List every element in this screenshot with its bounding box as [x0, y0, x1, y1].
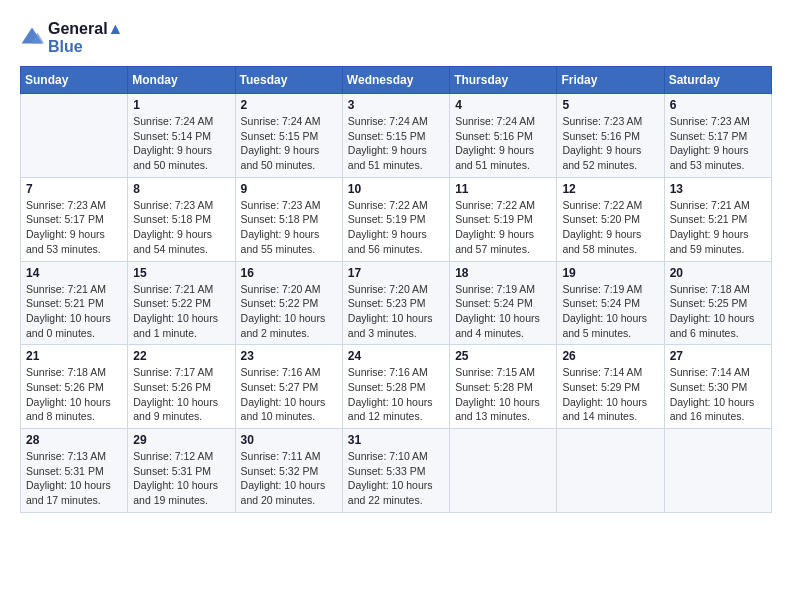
logo-icon [20, 26, 44, 50]
weekday-header: Tuesday [235, 67, 342, 94]
day-number: 3 [348, 98, 444, 112]
calendar-week-row: 21Sunrise: 7:18 AMSunset: 5:26 PMDayligh… [21, 345, 772, 429]
day-info: Sunrise: 7:23 AMSunset: 5:18 PMDaylight:… [133, 198, 229, 257]
day-number: 19 [562, 266, 658, 280]
calendar-day-cell: 15Sunrise: 7:21 AMSunset: 5:22 PMDayligh… [128, 261, 235, 345]
calendar-day-cell: 21Sunrise: 7:18 AMSunset: 5:26 PMDayligh… [21, 345, 128, 429]
calendar-day-cell: 4Sunrise: 7:24 AMSunset: 5:16 PMDaylight… [450, 94, 557, 178]
day-info: Sunrise: 7:20 AMSunset: 5:22 PMDaylight:… [241, 282, 337, 341]
logo: General▲ Blue [20, 20, 123, 56]
calendar-day-cell: 20Sunrise: 7:18 AMSunset: 5:25 PMDayligh… [664, 261, 771, 345]
weekday-header: Wednesday [342, 67, 449, 94]
calendar-day-cell: 18Sunrise: 7:19 AMSunset: 5:24 PMDayligh… [450, 261, 557, 345]
day-info: Sunrise: 7:19 AMSunset: 5:24 PMDaylight:… [455, 282, 551, 341]
day-info: Sunrise: 7:10 AMSunset: 5:33 PMDaylight:… [348, 449, 444, 508]
day-info: Sunrise: 7:22 AMSunset: 5:19 PMDaylight:… [348, 198, 444, 257]
calendar-day-cell: 30Sunrise: 7:11 AMSunset: 5:32 PMDayligh… [235, 429, 342, 513]
day-number: 13 [670, 182, 766, 196]
logo-text: General▲ Blue [48, 20, 123, 56]
calendar-day-cell: 13Sunrise: 7:21 AMSunset: 5:21 PMDayligh… [664, 177, 771, 261]
day-number: 28 [26, 433, 122, 447]
day-number: 10 [348, 182, 444, 196]
calendar-week-row: 1Sunrise: 7:24 AMSunset: 5:14 PMDaylight… [21, 94, 772, 178]
day-info: Sunrise: 7:12 AMSunset: 5:31 PMDaylight:… [133, 449, 229, 508]
day-number: 8 [133, 182, 229, 196]
calendar-day-cell: 7Sunrise: 7:23 AMSunset: 5:17 PMDaylight… [21, 177, 128, 261]
calendar-day-cell: 23Sunrise: 7:16 AMSunset: 5:27 PMDayligh… [235, 345, 342, 429]
day-info: Sunrise: 7:22 AMSunset: 5:19 PMDaylight:… [455, 198, 551, 257]
day-info: Sunrise: 7:24 AMSunset: 5:15 PMDaylight:… [241, 114, 337, 173]
day-number: 25 [455, 349, 551, 363]
page-header: General▲ Blue [20, 20, 772, 56]
calendar-day-cell: 10Sunrise: 7:22 AMSunset: 5:19 PMDayligh… [342, 177, 449, 261]
day-info: Sunrise: 7:16 AMSunset: 5:28 PMDaylight:… [348, 365, 444, 424]
calendar-week-row: 14Sunrise: 7:21 AMSunset: 5:21 PMDayligh… [21, 261, 772, 345]
day-number: 11 [455, 182, 551, 196]
day-number: 14 [26, 266, 122, 280]
day-info: Sunrise: 7:11 AMSunset: 5:32 PMDaylight:… [241, 449, 337, 508]
day-info: Sunrise: 7:23 AMSunset: 5:17 PMDaylight:… [26, 198, 122, 257]
day-info: Sunrise: 7:22 AMSunset: 5:20 PMDaylight:… [562, 198, 658, 257]
day-info: Sunrise: 7:16 AMSunset: 5:27 PMDaylight:… [241, 365, 337, 424]
day-info: Sunrise: 7:14 AMSunset: 5:29 PMDaylight:… [562, 365, 658, 424]
day-info: Sunrise: 7:24 AMSunset: 5:14 PMDaylight:… [133, 114, 229, 173]
calendar-day-cell: 8Sunrise: 7:23 AMSunset: 5:18 PMDaylight… [128, 177, 235, 261]
day-info: Sunrise: 7:21 AMSunset: 5:21 PMDaylight:… [26, 282, 122, 341]
weekday-header: Friday [557, 67, 664, 94]
weekday-header: Monday [128, 67, 235, 94]
day-info: Sunrise: 7:19 AMSunset: 5:24 PMDaylight:… [562, 282, 658, 341]
day-info: Sunrise: 7:23 AMSunset: 5:18 PMDaylight:… [241, 198, 337, 257]
day-number: 6 [670, 98, 766, 112]
calendar-week-row: 28Sunrise: 7:13 AMSunset: 5:31 PMDayligh… [21, 429, 772, 513]
calendar-day-cell: 1Sunrise: 7:24 AMSunset: 5:14 PMDaylight… [128, 94, 235, 178]
day-number: 12 [562, 182, 658, 196]
day-number: 29 [133, 433, 229, 447]
day-number: 18 [455, 266, 551, 280]
calendar-day-cell: 11Sunrise: 7:22 AMSunset: 5:19 PMDayligh… [450, 177, 557, 261]
calendar-table: SundayMondayTuesdayWednesdayThursdayFrid… [20, 66, 772, 513]
day-info: Sunrise: 7:21 AMSunset: 5:21 PMDaylight:… [670, 198, 766, 257]
day-number: 26 [562, 349, 658, 363]
day-info: Sunrise: 7:15 AMSunset: 5:28 PMDaylight:… [455, 365, 551, 424]
day-info: Sunrise: 7:24 AMSunset: 5:15 PMDaylight:… [348, 114, 444, 173]
calendar-day-cell: 25Sunrise: 7:15 AMSunset: 5:28 PMDayligh… [450, 345, 557, 429]
day-number: 20 [670, 266, 766, 280]
day-number: 16 [241, 266, 337, 280]
calendar-day-cell: 9Sunrise: 7:23 AMSunset: 5:18 PMDaylight… [235, 177, 342, 261]
calendar-day-cell: 5Sunrise: 7:23 AMSunset: 5:16 PMDaylight… [557, 94, 664, 178]
calendar-day-cell [450, 429, 557, 513]
calendar-day-cell: 6Sunrise: 7:23 AMSunset: 5:17 PMDaylight… [664, 94, 771, 178]
day-number: 24 [348, 349, 444, 363]
day-number: 7 [26, 182, 122, 196]
calendar-day-cell: 27Sunrise: 7:14 AMSunset: 5:30 PMDayligh… [664, 345, 771, 429]
calendar-day-cell: 14Sunrise: 7:21 AMSunset: 5:21 PMDayligh… [21, 261, 128, 345]
calendar-day-cell: 2Sunrise: 7:24 AMSunset: 5:15 PMDaylight… [235, 94, 342, 178]
day-info: Sunrise: 7:14 AMSunset: 5:30 PMDaylight:… [670, 365, 766, 424]
day-number: 22 [133, 349, 229, 363]
calendar-day-cell: 26Sunrise: 7:14 AMSunset: 5:29 PMDayligh… [557, 345, 664, 429]
calendar-day-cell: 29Sunrise: 7:12 AMSunset: 5:31 PMDayligh… [128, 429, 235, 513]
day-number: 4 [455, 98, 551, 112]
calendar-day-cell: 12Sunrise: 7:22 AMSunset: 5:20 PMDayligh… [557, 177, 664, 261]
calendar-day-cell: 22Sunrise: 7:17 AMSunset: 5:26 PMDayligh… [128, 345, 235, 429]
calendar-day-cell: 31Sunrise: 7:10 AMSunset: 5:33 PMDayligh… [342, 429, 449, 513]
day-info: Sunrise: 7:18 AMSunset: 5:25 PMDaylight:… [670, 282, 766, 341]
calendar-header-row: SundayMondayTuesdayWednesdayThursdayFrid… [21, 67, 772, 94]
day-number: 30 [241, 433, 337, 447]
calendar-day-cell [664, 429, 771, 513]
calendar-day-cell: 16Sunrise: 7:20 AMSunset: 5:22 PMDayligh… [235, 261, 342, 345]
day-info: Sunrise: 7:20 AMSunset: 5:23 PMDaylight:… [348, 282, 444, 341]
day-info: Sunrise: 7:17 AMSunset: 5:26 PMDaylight:… [133, 365, 229, 424]
calendar-day-cell [557, 429, 664, 513]
calendar-week-row: 7Sunrise: 7:23 AMSunset: 5:17 PMDaylight… [21, 177, 772, 261]
day-number: 17 [348, 266, 444, 280]
day-number: 27 [670, 349, 766, 363]
calendar-day-cell: 24Sunrise: 7:16 AMSunset: 5:28 PMDayligh… [342, 345, 449, 429]
day-number: 2 [241, 98, 337, 112]
calendar-day-cell [21, 94, 128, 178]
calendar-day-cell: 19Sunrise: 7:19 AMSunset: 5:24 PMDayligh… [557, 261, 664, 345]
weekday-header: Sunday [21, 67, 128, 94]
day-info: Sunrise: 7:23 AMSunset: 5:17 PMDaylight:… [670, 114, 766, 173]
calendar-day-cell: 3Sunrise: 7:24 AMSunset: 5:15 PMDaylight… [342, 94, 449, 178]
calendar-day-cell: 28Sunrise: 7:13 AMSunset: 5:31 PMDayligh… [21, 429, 128, 513]
